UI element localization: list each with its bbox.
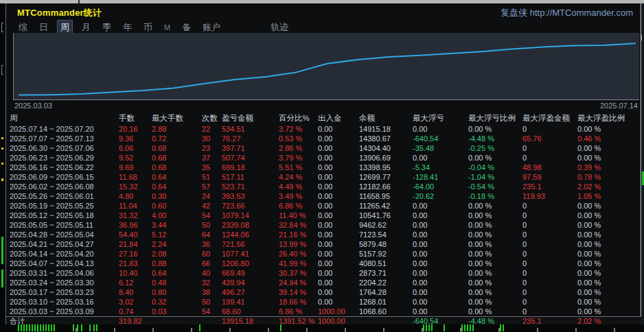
table-row[interactable]: 2025.07.07 ~ 2025.07.139.360.723076.270.…	[6, 134, 641, 143]
menu-tab-综[interactable]: 综	[16, 21, 30, 34]
table-row[interactable]: 2025.03.03 ~ 2025.03.090.740.035468.606.…	[6, 307, 641, 316]
cell: 2025.06.09 ~ 2025.06.15	[10, 172, 119, 182]
cell: 5.12	[152, 230, 196, 239]
cell: 11265.42	[359, 201, 413, 211]
activity-bar	[37, 324, 38, 331]
menu-tab-日[interactable]: 日	[36, 21, 51, 34]
cell: 235.1	[522, 182, 577, 191]
cell: -20.62	[413, 191, 468, 201]
cell: 0.32	[152, 297, 196, 307]
activity-bar	[472, 324, 474, 331]
cell: 0.00 %	[468, 278, 522, 287]
cell: 0.00	[318, 278, 359, 287]
activity-bar	[48, 324, 49, 331]
cell: 11.04	[119, 201, 152, 211]
equity-chart[interactable]	[13, 33, 639, 100]
cell: 1000.00	[318, 307, 359, 316]
table-body: 2025.07.14 ~ 2025.07.2020.162.8822534.51…	[6, 124, 641, 316]
cell: 21.16 %	[279, 230, 318, 239]
column-header[interactable]: 手数	[119, 112, 152, 124]
cell: 0	[522, 239, 577, 249]
activity-bar	[21, 324, 22, 331]
table-row[interactable]: 2025.05.05 ~ 2025.05.1136.963.44502339.0…	[6, 220, 641, 230]
column-header[interactable]: 盈亏金额	[222, 112, 279, 124]
cell: 0.00 %	[577, 278, 636, 287]
activity-bar	[423, 324, 424, 331]
cell: 0.68	[152, 153, 196, 163]
cell: 9462.62	[359, 220, 413, 230]
cell: 2025.05.26 ~ 2025.06.01	[10, 191, 119, 201]
column-header[interactable]: 百分比%	[279, 112, 318, 124]
table-row[interactable]: 2025.03.17 ~ 2025.03.238.400.8038496.273…	[6, 287, 641, 297]
app-title: MTCommander统计	[17, 7, 102, 19]
table-row[interactable]: 2025.03.24 ~ 2025.03.306.120.4832439.942…	[6, 278, 641, 287]
cell: 15.32	[119, 182, 152, 191]
chart-end-date: 2025.07.14	[600, 102, 638, 110]
menu-tab-账户[interactable]: 账户	[200, 21, 223, 34]
cell: 0.00	[318, 297, 359, 307]
edge-green-artifact	[1, 270, 3, 287]
activity-bar	[470, 324, 471, 331]
table-row[interactable]: 2025.06.02 ~ 2025.06.0815.320.6457523.71…	[6, 182, 641, 191]
table-row[interactable]: 2025.04.28 ~ 2025.05.0454.405.12641244.0…	[6, 230, 641, 239]
table-row[interactable]: 2025.04.07 ~ 2025.04.1321.830.88661206.8…	[6, 259, 641, 268]
cell: 2339.08	[222, 220, 279, 230]
table-row[interactable]: 2025.06.30 ~ 2025.07.066.060.6823397.712…	[6, 143, 641, 153]
cell: 0.00	[413, 249, 468, 259]
column-header[interactable]: 出入金	[318, 112, 359, 124]
menu-tab-年[interactable]: 年	[120, 21, 135, 34]
column-header[interactable]: 余额	[359, 112, 413, 124]
menu-tab-轨迹[interactable]: 轨迹	[268, 21, 291, 34]
cell: -4.48 %	[468, 134, 522, 143]
cell: 0.00	[413, 268, 468, 278]
table-row[interactable]: 2025.03.31 ~ 2025.04.0610.400.6440669.49…	[6, 268, 641, 278]
column-header[interactable]: 最大浮盈比例	[577, 112, 636, 124]
table-row[interactable]: 2025.06.23 ~ 2025.06.299.520.6837507.743…	[6, 153, 641, 163]
cell: 0.00	[413, 211, 468, 220]
menu-tab-备[interactable]: 备	[179, 21, 194, 34]
activity-bar	[45, 324, 47, 331]
cell: 12182.66	[359, 182, 413, 191]
cell: 0.00	[318, 259, 359, 268]
menu-tab-月[interactable]: 月	[79, 21, 93, 34]
activity-bar	[81, 324, 82, 331]
cell: 32	[196, 278, 222, 287]
cell: 0.88	[152, 259, 196, 268]
cell: 0.00 %	[577, 259, 636, 268]
edge-bracket-artifact	[1, 65, 3, 75]
cell: 6.12	[119, 278, 152, 287]
menu-tab-币[interactable]: 币	[141, 21, 155, 34]
cell: 0.00	[318, 249, 359, 259]
table-row[interactable]: 2025.05.19 ~ 2025.05.2511.040.6042723.66…	[6, 201, 641, 211]
brand-link[interactable]: 复盘侠 http://MTCommander.com	[501, 7, 633, 19]
activity-bar	[18, 324, 19, 331]
menubar: 综日周月季年币M备账户轨迹	[6, 20, 640, 34]
cell: 0.00 %	[468, 211, 522, 220]
cell: 5157.92	[359, 249, 413, 259]
cell: 4.49 %	[279, 182, 318, 191]
table-row[interactable]: 2025.07.14 ~ 2025.07.2020.162.8822534.51…	[6, 124, 641, 134]
table-row[interactable]: 2025.05.12 ~ 2025.05.1831.324.00541079.1…	[6, 211, 641, 220]
menu-tab-季[interactable]: 季	[100, 21, 114, 34]
column-header[interactable]: 最大浮盈金额	[522, 112, 577, 124]
column-header[interactable]: 最大浮亏	[413, 112, 468, 124]
column-header[interactable]: 周	[10, 112, 119, 124]
table-row[interactable]: 2025.04.14 ~ 2025.04.2027.162.08601077.4…	[6, 249, 641, 259]
cell: 0.00 %	[468, 307, 522, 316]
cell: 0.00	[413, 124, 468, 134]
cell: 2025.03.03 ~ 2025.03.09	[10, 307, 119, 316]
cell: 2025.06.02 ~ 2025.06.08	[10, 182, 119, 191]
table-row[interactable]: 2025.06.09 ~ 2025.06.1511.680.6451517.11…	[6, 172, 641, 182]
column-header[interactable]: 最大手数	[152, 112, 196, 124]
column-header[interactable]: 次数	[196, 112, 222, 124]
cell: 32.84 %	[279, 220, 318, 230]
table-row[interactable]: 2025.03.10 ~ 2025.03.163.020.3250199.411…	[6, 297, 641, 307]
menu-tab-M[interactable]: M	[161, 23, 173, 32]
table-row[interactable]: 2025.06.16 ~ 2025.06.229.690.6835699.185…	[6, 163, 641, 172]
table-row[interactable]: 2025.05.26 ~ 2025.06.014.800.3024393.533…	[6, 191, 641, 201]
cell: 2025.05.12 ~ 2025.05.18	[10, 211, 119, 220]
table-row[interactable]: 2025.04.21 ~ 2025.04.2721.842.2436721.56…	[6, 239, 641, 249]
column-header[interactable]: 最大浮亏比例	[468, 112, 522, 124]
cell: 0.00 %	[468, 259, 522, 268]
activity-bar	[96, 324, 97, 331]
